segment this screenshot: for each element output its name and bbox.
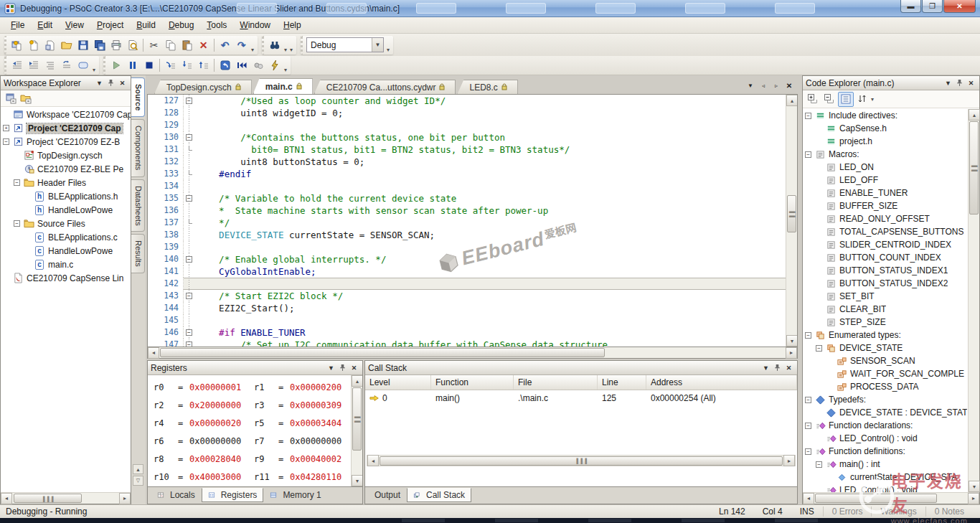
pin-icon[interactable] — [337, 363, 348, 373]
tab-call-stack[interactable]: Call Stack — [407, 488, 471, 502]
code-explorer-item[interactable]: BUTTON_STATUS_INDEX2 — [803, 277, 968, 290]
expander-minus-icon[interactable]: − — [14, 220, 20, 227]
chevron-down-icon[interactable]: ▼ — [326, 363, 336, 373]
close-icon[interactable]: ✕ — [117, 78, 128, 88]
tab-list-dropdown-icon[interactable]: ▼ — [745, 80, 756, 91]
save-all-icon[interactable] — [91, 37, 108, 53]
side-tab-results[interactable]: Results — [131, 234, 145, 273]
editor-tab-topdesign.cysch[interactable]: TopDesign.cysch — [154, 80, 252, 94]
close-icon[interactable]: ✕ — [783, 363, 794, 373]
menu-file[interactable]: File — [4, 18, 31, 32]
scroll-up-icon[interactable]: ▴ — [786, 95, 798, 106]
config-select[interactable]: Debug ▼ — [306, 37, 384, 52]
expand-all-icon[interactable] — [805, 92, 821, 107]
toolbar-overflow-icon[interactable]: ▾ — [385, 47, 391, 55]
pin-icon[interactable] — [105, 78, 116, 88]
close-icon[interactable]: ✕ — [966, 78, 976, 88]
register-r0[interactable]: r0=0x00000001 — [154, 382, 254, 400]
toolbar-overflow-icon[interactable]: ▾ — [91, 67, 97, 75]
code-explorer-vscrollbar[interactable]: ▴ ▐▐ ▾ — [968, 109, 979, 492]
menu-view[interactable]: View — [59, 18, 90, 32]
expander-minus-icon[interactable]: − — [805, 423, 811, 429]
workspace-tree-item[interactable]: CE210709 EZ-BLE Pe — [1, 162, 131, 176]
workspace-tree-item[interactable]: +Project 'CE210709 Cap — [1, 121, 131, 135]
minimize-button[interactable]: ▬ — [900, 0, 921, 13]
restore-button[interactable]: ❐ — [922, 0, 943, 13]
code-explorer-item[interactable]: SET_BIT — [803, 290, 968, 303]
collapse-all-icon[interactable] — [821, 92, 837, 107]
tab-close-icon[interactable]: ✕ — [783, 80, 795, 91]
call-stack-frame[interactable]: 0main().\main.c1250x00000254 (All) — [365, 390, 797, 405]
tab-registers[interactable]: Registers — [202, 488, 264, 502]
scroll-right-icon[interactable]: ▸ — [119, 493, 131, 504]
code-explorer-item[interactable]: −Typedefs: — [803, 393, 968, 406]
code-explorer-item[interactable]: LED_ON — [803, 161, 968, 174]
breakpoints-icon[interactable] — [250, 57, 266, 74]
toolbar-overflow-icon[interactable]: ▾ — [283, 67, 288, 75]
expander-minus-icon[interactable]: − — [805, 448, 811, 455]
scroll-right-icon[interactable]: ▸ — [783, 455, 795, 466]
workspace-tree-item[interactable]: −Source Files — [1, 217, 131, 230]
sort-icon[interactable] — [854, 92, 870, 107]
register-r3[interactable]: r3=0x00000309 — [254, 400, 354, 418]
code-explorer-item[interactable]: −main() : int — [803, 458, 968, 471]
chevron-down-icon[interactable]: ▼ — [372, 38, 383, 52]
code-explorer-item[interactable]: ENABLE_TUNER — [803, 187, 968, 199]
workspace-tree-item[interactable]: cmain.c — [1, 258, 131, 271]
code-explorer-item[interactable]: SENSOR_SCAN — [803, 354, 968, 367]
workspace-tree-item[interactable]: cHandleLowPowe — [1, 244, 131, 258]
code-explorer-item[interactable]: LED_Control() : void — [803, 432, 968, 445]
paste-icon[interactable] — [179, 37, 195, 53]
pin-icon[interactable] — [954, 78, 965, 88]
reset-icon[interactable] — [217, 57, 233, 74]
tab-output[interactable]: Output — [368, 488, 407, 502]
scroll-left-icon[interactable]: ◂ — [803, 493, 814, 504]
expander-minus-icon[interactable]: − — [805, 397, 811, 403]
call-stack-hscrollbar[interactable]: ◂ ▐▐▐ ▸ — [367, 455, 796, 466]
code-explorer-hscrollbar[interactable]: ◂ ▸ — [803, 492, 979, 504]
workspace-hscrollbar[interactable]: ◂ ▐▐▐ ▸ — [1, 492, 131, 504]
indent-increase-icon[interactable] — [25, 57, 42, 74]
fold-collapse-icon[interactable]: − — [186, 195, 192, 202]
code-explorer-item[interactable]: −Enumerated types: — [803, 329, 968, 341]
call-stack-column-line[interactable]: Line — [598, 375, 646, 390]
code-explorer-item[interactable]: SLIDER_CENTROID_INDEX — [803, 238, 968, 251]
align-lines-icon[interactable] — [42, 57, 58, 74]
fold-collapse-icon[interactable]: − — [186, 98, 192, 104]
menu-help[interactable]: Help — [277, 18, 308, 32]
workspace-tree-item[interactable]: −Header Files — [1, 176, 131, 189]
menu-project[interactable]: Project — [90, 18, 130, 32]
code-explorer-item[interactable]: −DEVICE_STATE — [803, 341, 968, 354]
editor-tab-ce210709-ca...uttons.cydwr[interactable]: CE210709 Ca...uttons.cydwr — [314, 80, 456, 94]
outline-region-icon[interactable] — [75, 57, 91, 74]
workspace-tree-item[interactable]: TopDesign.cysch — [1, 149, 131, 162]
scroll-up-icon[interactable]: ▴ — [352, 375, 362, 387]
toolbar-overflow-icon[interactable]: ▾ — [288, 47, 294, 55]
scroll-down-icon[interactable]: ▾ — [786, 335, 798, 347]
scroll-left-icon[interactable]: ◂ — [367, 455, 379, 466]
menu-debug[interactable]: Debug — [162, 18, 200, 32]
call-stack-column-function[interactable]: Function — [431, 375, 514, 390]
side-tab-source[interactable]: Source — [131, 77, 145, 117]
show-details-icon[interactable] — [838, 92, 854, 107]
pause-icon[interactable] — [124, 57, 141, 74]
expander-plus-icon[interactable]: + — [3, 125, 9, 131]
indent-decrease-icon[interactable] — [9, 57, 25, 74]
fold-collapse-icon[interactable]: − — [186, 341, 192, 347]
pin-icon[interactable] — [772, 363, 783, 373]
call-stack-column-address[interactable]: Address — [646, 375, 797, 390]
editor-vscrollbar[interactable]: ▴ ▐▐ ▾ — [786, 95, 797, 347]
code-explorer-item[interactable]: currentState : DEVICE_STA — [803, 471, 968, 484]
expander-minus-icon[interactable]: − — [805, 113, 811, 119]
call-stack-column-file[interactable]: File — [514, 375, 598, 390]
code-explorer-item[interactable]: BUTTON_STATUS_INDEX1 — [803, 264, 968, 277]
code-explorer-item[interactable]: PROCESS_DATA — [803, 380, 968, 393]
fold-collapse-icon[interactable]: − — [186, 293, 192, 299]
code-explorer-item[interactable]: WAIT_FOR_SCAN_COMPLE — [803, 367, 968, 380]
editor-tab-main.c[interactable]: main.c — [253, 78, 313, 94]
tab-locals[interactable]: Locals — [151, 488, 202, 502]
register-r4[interactable]: r4=0x00000020 — [154, 418, 254, 436]
tab-scroll-left-icon[interactable]: ◃ — [758, 80, 769, 91]
step-over-icon[interactable] — [162, 57, 179, 74]
expander-minus-icon[interactable]: − — [14, 179, 20, 186]
